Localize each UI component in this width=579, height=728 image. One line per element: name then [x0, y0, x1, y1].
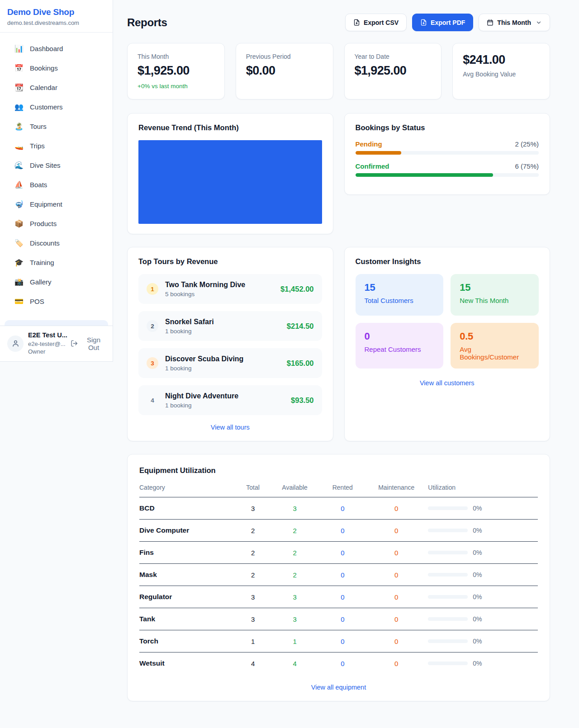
- export-csv-label: Export CSV: [364, 19, 399, 26]
- tour-row[interactable]: 1 Two Tank Morning Dive 5 bookings $1,45…: [138, 274, 322, 304]
- sidebar-nav: 📊 Dashboard 📅 Bookings 📆 Calendar 👥 Cust…: [0, 33, 113, 320]
- equipment-utilization-cell: 0%: [426, 630, 538, 652]
- sidebar-item[interactable]: ⛵ Boats: [4, 175, 109, 194]
- nav-item-label: Products: [30, 220, 57, 227]
- nav-item-icon: 🤿: [14, 200, 24, 208]
- stat-value: $1,925.00: [138, 64, 214, 78]
- equipment-row: BCD 3 3 0 0 0%: [139, 497, 538, 520]
- shop-subdomain: demo.test.divestreams.com: [7, 19, 105, 26]
- equipment-available: 3: [271, 608, 319, 630]
- export-csv-button[interactable]: Export CSV: [345, 14, 407, 31]
- revenue-trend-chart: [138, 140, 322, 224]
- utilization-percent: 0%: [473, 615, 482, 623]
- equipment-category: Torch: [139, 630, 235, 652]
- nav-item-label: Customers: [30, 103, 63, 111]
- tour-row[interactable]: 4 Night Dive Adventure 1 booking $93.50: [138, 385, 322, 415]
- sidebar-item[interactable]: 👥 Customers: [4, 97, 109, 117]
- insight-value: 15: [365, 282, 435, 293]
- top-tours-title: Top Tours by Revenue: [138, 257, 322, 266]
- equipment-category: Fins: [139, 542, 235, 564]
- view-all-customers-link[interactable]: View all customers: [356, 379, 539, 387]
- sidebar-item[interactable]: 📊 Dashboard: [4, 39, 109, 58]
- status-bar-row: Confirmed 6 (75%): [356, 162, 539, 177]
- utilization-bar-track: [428, 573, 468, 577]
- header-actions: Export CSV Export PDF This Month: [345, 14, 550, 31]
- nav-item-icon: 📊: [14, 44, 24, 53]
- equipment-row: Tank 3 3 0 0 0%: [139, 608, 538, 630]
- user-email: e2e-tester@...: [28, 340, 66, 348]
- equipment-utilization-cell: 0%: [426, 586, 538, 608]
- sidebar-item[interactable]: 🎓 Training: [4, 253, 109, 272]
- rank-badge: 2: [147, 320, 158, 332]
- utilization-percent: 0%: [473, 527, 482, 534]
- equipment-total: 3: [235, 608, 271, 630]
- nav-item-icon: ⛵: [14, 180, 24, 189]
- nav-item-label: Dashboard: [30, 45, 63, 52]
- sidebar-item[interactable]: 📸 Gallery: [4, 272, 109, 292]
- equipment-available: 3: [271, 586, 319, 608]
- equipment-table-header: Category Total Available Rented Maintena…: [139, 481, 538, 497]
- equipment-row: Mask 2 2 0 0 0%: [139, 564, 538, 586]
- status-label: Pending: [356, 140, 382, 148]
- equipment-rented: 0: [318, 586, 366, 608]
- export-pdf-label: Export PDF: [431, 19, 465, 26]
- equipment-available: 1: [271, 630, 319, 652]
- equipment-total: 1: [235, 630, 271, 652]
- sidebar-item[interactable]: 🤿 Equipment: [4, 194, 109, 214]
- status-bar-track: [356, 151, 539, 155]
- stat-card-avg-booking-value: $241.00 Avg Booking Value: [452, 43, 550, 99]
- sidebar-item[interactable]: 🏷️ Discounts: [4, 233, 109, 253]
- equipment-total: 3: [235, 586, 271, 608]
- tour-name: Discover Scuba Diving: [165, 355, 243, 363]
- tour-row[interactable]: 3 Discover Scuba Diving 1 booking $165.0…: [138, 348, 322, 378]
- equipment-maintenance: 0: [366, 564, 426, 586]
- utilization-bar-track: [428, 551, 468, 554]
- tour-row[interactable]: 2 Snorkel Safari 1 booking $214.50: [138, 311, 322, 341]
- nav-item-icon: 🎓: [14, 258, 24, 267]
- equipment-rented: 0: [318, 608, 366, 630]
- sidebar-item[interactable]: 📆 Calendar: [4, 78, 109, 97]
- stat-card-this-month: This Month $1,925.00 +0% vs last month: [127, 43, 225, 99]
- tour-name: Night Dive Adventure: [165, 392, 238, 400]
- stat-label: This Month: [138, 53, 214, 60]
- insight-label: Avg Bookings/Customer: [460, 345, 530, 361]
- utilization-percent: 0%: [473, 593, 482, 600]
- equipment-utilization-card: Equipment Utilization Category Total Ava…: [127, 454, 550, 701]
- view-all-tours-link[interactable]: View all tours: [138, 424, 322, 431]
- equipment-total: 2: [235, 542, 271, 564]
- user-info: E2E Test U... e2e-tester@... Owner: [28, 331, 66, 356]
- revenue-trend-title: Revenue Trend (This Month): [138, 123, 322, 132]
- user-role: Owner: [28, 348, 66, 356]
- sidebar-item[interactable]: 💳 POS: [4, 292, 109, 311]
- status-bar-fill: [356, 173, 493, 177]
- active-nav-highlight: [5, 320, 108, 326]
- equipment-maintenance: 0: [366, 586, 426, 608]
- sidebar-item[interactable]: 📦 Products: [4, 214, 109, 233]
- view-all-equipment-link[interactable]: View all equipment: [139, 684, 538, 691]
- sidebar-item[interactable]: 📅 Bookings: [4, 58, 109, 78]
- col-header-maintenance: Maintenance: [366, 481, 426, 497]
- equipment-utilization-cell: 0%: [426, 520, 538, 542]
- stat-label: Previous Period: [246, 53, 323, 60]
- insight-tile: 15 Total Customers: [356, 274, 444, 316]
- status-bars: Pending 2 (25%) Confirmed 6 (75%): [356, 140, 539, 177]
- equipment-row: Wetsuit 4 4 0 0 0%: [139, 652, 538, 675]
- sidebar-item[interactable]: 🌊 Dive Sites: [4, 156, 109, 175]
- equipment-rented: 0: [318, 497, 366, 520]
- period-select[interactable]: This Month: [479, 14, 550, 31]
- nav-item-icon: 👥: [14, 103, 24, 111]
- bookings-by-status-card: Bookings by Status Pending 2 (25%): [344, 113, 551, 195]
- status-label: Confirmed: [356, 162, 389, 170]
- utilization-bar-track: [428, 506, 468, 510]
- equipment-available: 3: [271, 497, 319, 520]
- equipment-maintenance: 0: [366, 542, 426, 564]
- stat-card-year-to-date: Year to Date $1,925.00: [344, 43, 442, 99]
- insights-row: Top Tours by Revenue 1 Two Tank Morning …: [127, 247, 550, 441]
- tour-revenue: $214.50: [287, 322, 314, 331]
- equipment-utilization-cell: 0%: [426, 564, 538, 586]
- sidebar-item[interactable]: 🚤 Trips: [4, 136, 109, 156]
- sidebar-item[interactable]: 🏝️ Tours: [4, 117, 109, 136]
- export-pdf-button[interactable]: Export PDF: [412, 14, 473, 31]
- utilization-percent: 0%: [473, 549, 482, 556]
- sign-out-button[interactable]: Sign Out: [71, 336, 106, 351]
